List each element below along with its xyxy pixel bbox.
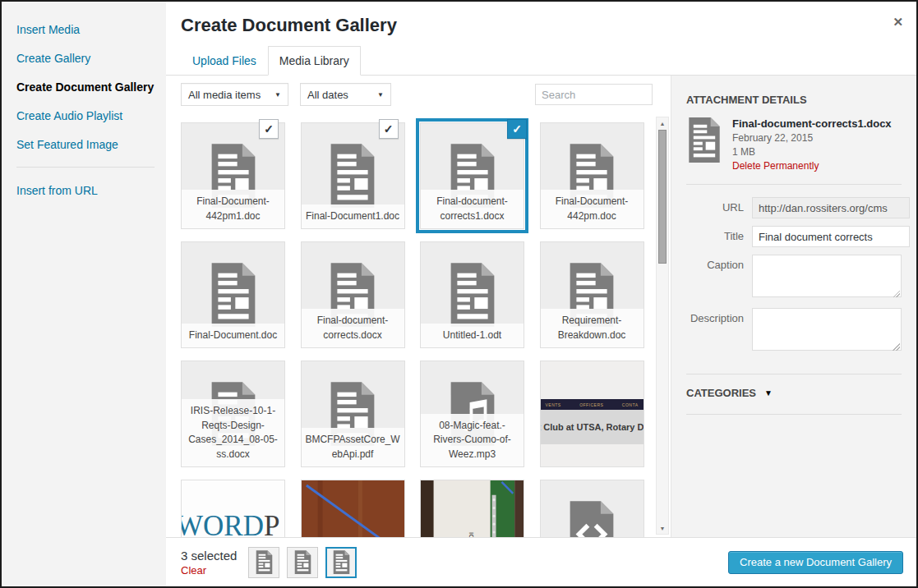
- page-title: Create Document Gallery: [166, 2, 916, 36]
- wordpress-logo-thumbnail: WORDP: [182, 480, 284, 537]
- media-item[interactable]: Final-Document-442pm.doc: [540, 122, 644, 229]
- details-divider: [686, 374, 902, 374]
- sidebar-secondary-menu: Insert from URL: [16, 182, 155, 200]
- tab-bar: Upload FilesMedia Library: [181, 46, 361, 76]
- sidebar-item-insert-media[interactable]: Insert Media: [16, 21, 155, 39]
- selected-count: 3 selected: [181, 549, 237, 563]
- check-icon[interactable]: ✓: [507, 119, 527, 139]
- media-item[interactable]: BMCFPAssetCore_WebApi.pdf: [301, 361, 405, 467]
- sidebar-divider: [16, 167, 155, 168]
- media-item[interactable]: Final-Document1.doc✓: [301, 122, 405, 229]
- tab-upload-files[interactable]: Upload Files: [181, 46, 268, 76]
- media-item[interactable]: IRIS-Release-10-1-Reqts-Design-Cases_201…: [181, 361, 285, 467]
- chevron-down-icon: ▼: [263, 91, 281, 99]
- svg-text:IC: 7393A-PU: IC: 7393A-PU: [468, 532, 475, 537]
- clear-selection-link[interactable]: Clear: [181, 564, 237, 577]
- media-item[interactable]: 08-Magic-feat.-Rivers-Cuomo-of-Weez.mp3: [420, 361, 524, 467]
- caption-field[interactable]: [752, 255, 902, 297]
- resize-grip-icon[interactable]: [893, 290, 900, 297]
- tab-media-library[interactable]: Media Library: [268, 46, 361, 76]
- scroll-down-icon[interactable]: ▼: [657, 523, 668, 533]
- attachment-details-panel: ATTACHMENT DETAILS Final-document-correc…: [671, 76, 916, 537]
- details-divider: [686, 184, 902, 185]
- url-label: URL: [686, 197, 752, 218]
- selected-thumbnails: [248, 547, 357, 578]
- sidebar-item-set-featured-image[interactable]: Set Featured Image: [16, 136, 155, 154]
- media-item[interactable]: WORDP: [181, 480, 285, 537]
- selected-item-thumbnail[interactable]: [248, 547, 279, 578]
- scroll-up-icon[interactable]: ▲: [657, 118, 668, 128]
- sidebar-primary-menu: Insert MediaCreate GalleryCreate Documen…: [16, 21, 155, 154]
- media-item-filename: Requirement-Breakdown.doc: [541, 309, 644, 347]
- media-item-filename: 08-Magic-feat.-Rivers-Cuomo-of-Weez.mp3: [421, 414, 524, 466]
- media-item[interactable]: Final-document-corrects.docx: [301, 241, 405, 348]
- chevron-down-icon: ▼: [764, 388, 773, 397]
- close-icon[interactable]: ✕: [893, 15, 903, 30]
- scrollbar[interactable]: ▲ ▼: [656, 117, 669, 535]
- media-type-filter[interactable]: All media items ▼: [181, 83, 288, 106]
- attachment-date: February 22, 2015: [732, 132, 892, 144]
- create-document-gallery-button[interactable]: Create a new Document Gallery: [728, 551, 903, 574]
- media-item-filename: BMCFPAssetCore_WebApi.pdf: [302, 428, 404, 466]
- description-label: Description: [686, 308, 752, 354]
- modal-main: Create Document Gallery ✕ Upload FilesMe…: [166, 2, 916, 586]
- caption-label: Caption: [686, 255, 752, 301]
- modal-header: Create Document Gallery ✕ Upload FilesMe…: [166, 2, 916, 76]
- media-grid: Final-Document-442pm1.doc✓Final-Document…: [166, 106, 671, 537]
- categories-toggle[interactable]: CATEGORIES ▼: [686, 387, 902, 399]
- resize-grip-icon[interactable]: [893, 343, 900, 351]
- description-field[interactable]: [752, 308, 902, 351]
- media-item[interactable]: VENTSOFFICERSCONTAt Club at UTSA, Rotary…: [540, 361, 644, 467]
- sidebar-item-insert-from-url[interactable]: Insert from URL: [16, 182, 155, 200]
- media-item-filename: Final-Document1.doc: [302, 204, 404, 228]
- media-item[interactable]: [301, 480, 405, 537]
- media-browser: All media items ▼ All dates ▼ Final-Docu…: [166, 76, 671, 537]
- selected-item-thumbnail[interactable]: [287, 547, 318, 578]
- modal-footer: 3 selected Clear Create a new Document G…: [166, 537, 916, 586]
- attachment-thumbnail-icon: [686, 117, 722, 172]
- media-item[interactable]: Final-Document-442pm1.doc✓: [181, 122, 285, 229]
- media-item-filename: Final-Document-442pm1.doc: [182, 190, 284, 228]
- title-field[interactable]: [752, 226, 910, 247]
- sidebar-item-create-audio-playlist[interactable]: Create Audio Playlist: [16, 108, 155, 125]
- scrollbar-thumb[interactable]: [658, 130, 667, 264]
- media-item-filename: IRIS-Release-10-1-Reqts-Design-Cases_201…: [182, 399, 284, 466]
- sidebar-item-create-document-gallery[interactable]: Create Document Gallery: [16, 79, 155, 96]
- media-item-filename: Final-document-corrects.docx: [302, 309, 404, 347]
- date-filter[interactable]: All dates ▼: [300, 83, 391, 106]
- delete-permanently-link[interactable]: Delete Permanently: [732, 160, 892, 172]
- selected-item-thumbnail[interactable]: [325, 547, 357, 578]
- title-label: Title: [686, 226, 752, 247]
- code-file-icon: [541, 480, 644, 537]
- attachment-filesize: 1 MB: [732, 146, 892, 158]
- attachment-details-heading: ATTACHMENT DETAILS: [686, 94, 902, 106]
- attachment-filename: Final-document-corrects1.docx: [732, 117, 892, 130]
- sidebar-item-create-gallery[interactable]: Create Gallery: [16, 50, 155, 67]
- media-item[interactable]: [540, 480, 644, 537]
- media-item[interactable]: Final-document-corrects1.docx✓: [420, 122, 524, 229]
- media-item-filename: Final-Document-442pm.doc: [541, 190, 644, 228]
- search-input[interactable]: [535, 84, 653, 105]
- media-modal: Insert MediaCreate GalleryCreate Documen…: [0, 0, 918, 588]
- details-divider: [686, 414, 902, 415]
- check-icon[interactable]: ✓: [259, 119, 279, 139]
- photo-thumbnail: IC: 7393A-PU: [421, 480, 524, 537]
- media-item[interactable]: Final-Document.doc: [181, 241, 285, 348]
- chevron-down-icon: ▼: [366, 91, 384, 99]
- media-item-filename: Final-document-corrects1.docx: [421, 190, 524, 228]
- media-toolbar: All media items ▼ All dates ▼: [166, 76, 671, 106]
- media-item[interactable]: Requirement-Breakdown.doc: [540, 241, 644, 348]
- media-item[interactable]: Untitled-1.odt: [420, 241, 524, 348]
- media-item-filename: Untitled-1.odt: [421, 324, 524, 347]
- modal-sidebar: Insert MediaCreate GalleryCreate Documen…: [2, 2, 166, 586]
- media-item-filename: Final-Document.doc: [182, 324, 284, 347]
- photo-thumbnail: [302, 480, 404, 537]
- webpage-screenshot-thumbnail: VENTSOFFICERSCONTAt Club at UTSA, Rotary…: [541, 361, 644, 466]
- check-icon[interactable]: ✓: [379, 119, 399, 139]
- media-item[interactable]: IC: 7393A-PU: [420, 480, 524, 537]
- url-field[interactable]: [752, 197, 910, 218]
